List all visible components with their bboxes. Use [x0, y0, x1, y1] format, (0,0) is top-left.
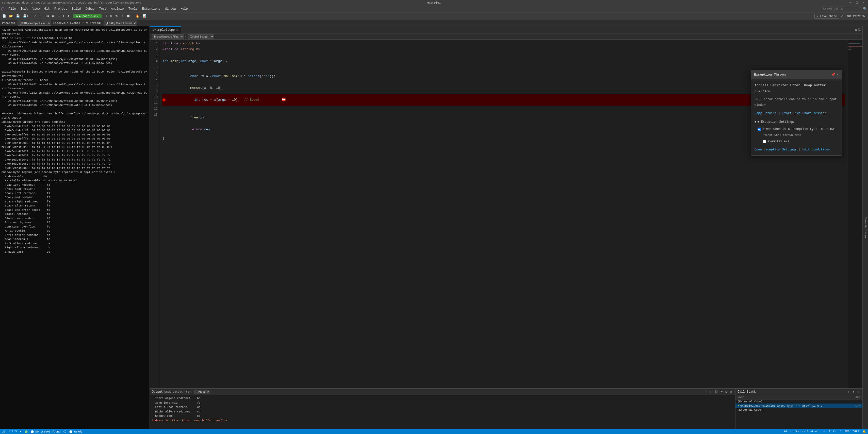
menu-build[interactable]: Build: [69, 6, 83, 11]
watches-button[interactable]: 👁: [114, 14, 120, 19]
callstack-col-lang: Lang: [845, 396, 860, 399]
tab-example1-cpp[interactable]: example1.cpp ✕: [150, 26, 181, 33]
callstack-arrow-icon: ➤: [738, 404, 739, 407]
exception-header: Exception Thrown 📌 ✕: [751, 70, 842, 79]
menu-edit[interactable]: Edit: [19, 6, 30, 11]
terminal-output: =3248==ERROR: AddressSanitizer: heap-buf…: [2, 28, 148, 254]
notifications-icon[interactable]: 🔔: [862, 430, 866, 433]
status-right: Add to Source Control Ln: 2 Ch: 1 SPC CR…: [783, 430, 866, 433]
undo-button[interactable]: ↩: [32, 14, 37, 19]
callstack-row-0[interactable]: [External Code]: [736, 400, 862, 404]
code-content[interactable]: #include <stdlib.h> #include <string.h> …: [160, 40, 847, 388]
save-button[interactable]: 💾: [15, 14, 21, 19]
callstack-collapse-button[interactable]: ⬆: [847, 390, 851, 394]
callstack-header: Call Stack ⬆ ⬇ ✕: [736, 389, 862, 395]
output-source-select[interactable]: Debug: [194, 390, 210, 394]
menu-test[interactable]: Test: [97, 6, 108, 11]
step-over-button[interactable]: ⤵: [57, 14, 61, 19]
minimize-button[interactable]: —: [848, 1, 853, 5]
copy-details-link[interactable]: Copy Details: [754, 111, 776, 116]
file-group-select[interactable]: Miscellaneous Files: [152, 34, 184, 39]
menu-tools[interactable]: Tools: [126, 6, 140, 11]
editor-split-button[interactable]: ⧉: [858, 28, 860, 32]
vs-logo-icon: ⬡: [1, 6, 5, 11]
show-output-label: Show output from:: [164, 390, 193, 393]
output-clear-button[interactable]: 🗑: [714, 390, 719, 394]
editor-settings-button[interactable]: ⚙: [855, 28, 857, 32]
main-area: =3248==ERROR: AddressSanitizer: heap-buf…: [0, 26, 868, 429]
scope-select[interactable]: (Global Scope): [188, 34, 214, 39]
output-panel-header: Output Show output from: Debug ⬆ ⬇ 🗑 ≡ ⚙…: [150, 389, 735, 395]
output-expand-button[interactable]: ⬇: [709, 390, 713, 394]
search-input[interactable]: [821, 7, 861, 11]
output-settings-button[interactable]: ⚙: [724, 390, 728, 394]
maximize-button[interactable]: □: [854, 1, 859, 5]
edit-conditions-link[interactable]: Edit Conditions: [803, 147, 830, 153]
menu-git[interactable]: Git: [42, 6, 52, 11]
menu-help[interactable]: Help: [179, 6, 190, 11]
callstack-close-button[interactable]: ✕: [856, 390, 860, 394]
menu-window[interactable]: Window: [163, 6, 178, 11]
title-bar-path: C:\MSDN\cpp-docs-pr\docs\c-language\ASAN…: [2, 1, 290, 4]
menu-project[interactable]: Project: [52, 6, 69, 11]
live-share-button[interactable]: ↗ Live Share: [814, 14, 839, 19]
int-preview-label: INT PREVIEW: [844, 14, 867, 18]
menu-file[interactable]: File: [7, 6, 18, 11]
hot-reload-button[interactable]: 🔥: [134, 14, 141, 19]
open-file-button[interactable]: 📂: [8, 14, 14, 19]
menu-extensions[interactable]: Extensions: [140, 6, 162, 11]
source-control-link[interactable]: Add to Source Control: [783, 430, 819, 433]
team-explorer-tab[interactable]: Team Explorer: [862, 26, 868, 429]
redo-button[interactable]: ↪: [37, 14, 42, 19]
autos-button[interactable]: ⚡: [120, 14, 124, 19]
continue-dropdown-icon[interactable]: ▾: [97, 15, 98, 18]
menu-analyze[interactable]: Analyze: [109, 6, 126, 11]
break-checkbox-row: Break when this exception type is thrown: [757, 127, 838, 132]
output-line-4: Right alloca redzone: cb: [152, 410, 733, 414]
code-line-7: memset(x, 0, 10);: [162, 82, 845, 94]
example-exe-checkbox[interactable]: [763, 140, 766, 143]
tab-close-button[interactable]: ✕: [176, 28, 178, 32]
break-checkbox[interactable]: [757, 128, 761, 131]
spaces-label: SPC: [845, 430, 850, 433]
exception-pin-button[interactable]: 📌: [831, 72, 835, 78]
zoom-dropdown[interactable]: ▾: [20, 430, 22, 433]
new-file-button[interactable]: 📄: [1, 14, 7, 19]
output-wrap-button[interactable]: ≡: [720, 390, 724, 394]
menu-debug[interactable]: Debug: [83, 6, 96, 11]
close-button[interactable]: ✕: [861, 1, 866, 5]
process-label: Process:: [2, 22, 16, 25]
open-exception-settings-link[interactable]: Open Exception Settings: [754, 147, 797, 153]
start-live-share-link[interactable]: Start Live Share session...: [782, 111, 832, 116]
step-into-button[interactable]: ⬇: [61, 14, 66, 19]
thread-select[interactable]: [17808] Main Thread: [103, 21, 137, 26]
output-close-button[interactable]: ✕: [729, 390, 733, 394]
menu-bar: ⬡ File Edit View Git Project Build Debug…: [0, 6, 868, 12]
code-line-13: [162, 141, 845, 147]
output-collapse-button[interactable]: ⬆: [704, 390, 708, 394]
step-fwd-button[interactable]: ⏭: [51, 14, 56, 19]
separator-4: [103, 14, 103, 19]
callstack-row-2[interactable]: [External Code]: [736, 408, 862, 412]
status-bar: ⎇ 111 % ▾ ⬤ ⬤ No issues found ⓘ ⬤ Ready …: [0, 429, 868, 434]
code-line-3: [162, 53, 845, 58]
breakpoint-icon: [162, 98, 165, 101]
step-back-button[interactable]: ⏮: [45, 14, 50, 19]
save-all-button[interactable]: 💾⊕: [22, 14, 30, 19]
continue-button[interactable]: ▶ ▶ Continue ▾: [73, 14, 101, 18]
exception-close-button[interactable]: ✕: [837, 72, 839, 78]
parallel-stacks-button[interactable]: ⊞: [109, 14, 114, 19]
callstack-header-row: Name Lang: [736, 395, 862, 400]
output-line-2: ASan internal: fe: [152, 401, 733, 405]
breakpoints-button[interactable]: ⊗: [104, 14, 108, 19]
step-out-button[interactable]: ⬆: [66, 14, 70, 19]
locals-button[interactable]: 🔲: [125, 14, 131, 19]
title-bar-controls: — □ ✕: [578, 1, 866, 5]
callstack-row-1[interactable]: ➤ example1.exe!main(int argc, char * * a…: [736, 404, 862, 408]
process-select[interactable]: [3248] example1.exe: [18, 21, 51, 26]
diagnostics-button[interactable]: 📊: [141, 14, 148, 19]
code-line-12: }: [162, 135, 845, 141]
menu-view[interactable]: View: [30, 6, 42, 11]
callstack-expand-button[interactable]: ⬇: [851, 390, 856, 394]
zoom-level: 111 %: [8, 430, 17, 433]
